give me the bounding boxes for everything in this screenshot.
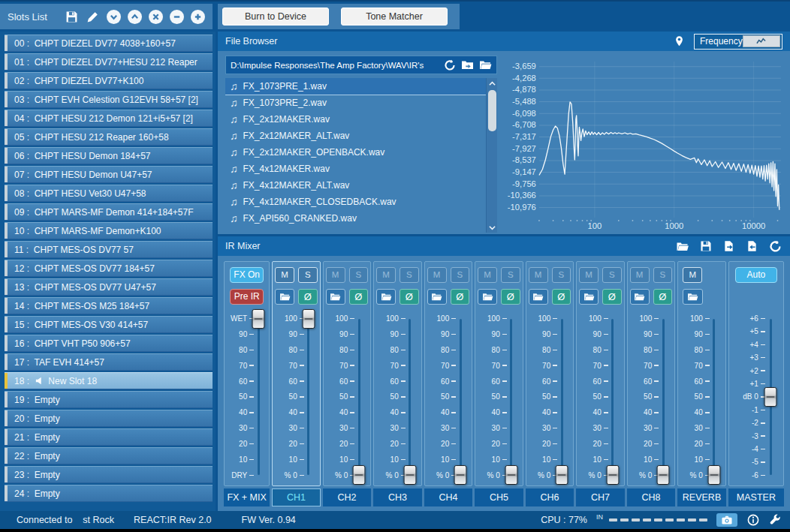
- display-mode-select[interactable]: Frequency: [694, 34, 782, 50]
- path-bar[interactable]: D:\Impulse Responses\The Amp Factory\WAV…: [225, 56, 497, 74]
- channel-tab-ch1[interactable]: CH1: [272, 488, 321, 506]
- ch2-load-ir-button[interactable]: [326, 289, 345, 305]
- slot-row-07[interactable]: 07 : CHPT HESU Demon U47+57: [5, 166, 213, 183]
- ch1-mute-button[interactable]: M: [275, 267, 294, 283]
- ch7-fader-track[interactable]: [611, 319, 614, 475]
- slot-row-03[interactable]: 03 : CHPT EVH Celestion G12EVH 58+57 [2]: [5, 91, 213, 108]
- import-icon[interactable]: [745, 239, 759, 254]
- slot-row-01[interactable]: 01 : CHPT DIEZEL DV77+HESU 212 Reaper: [5, 53, 213, 71]
- chart-mode-icon[interactable]: [743, 35, 780, 47]
- burn-to-device-button[interactable]: Burn to Device: [222, 8, 329, 26]
- add-slot-icon[interactable]: [191, 10, 205, 24]
- channel-tab-ch5[interactable]: CH5: [475, 488, 523, 506]
- reverb-mute-button[interactable]: M: [683, 267, 702, 283]
- tone-matcher-button[interactable]: Tone Matcher: [341, 8, 448, 26]
- ch1-fader-track[interactable]: [307, 319, 309, 475]
- ch5-fader-knob[interactable]: [505, 465, 517, 485]
- channel-tab-ch8[interactable]: CH8: [627, 488, 676, 506]
- new-folder-icon[interactable]: [461, 59, 474, 71]
- save-icon[interactable]: [698, 239, 713, 254]
- ch8-load-ir-button[interactable]: [630, 289, 650, 305]
- channel-tab-master[interactable]: MASTER: [728, 488, 784, 506]
- open-folder-icon[interactable]: [675, 239, 689, 254]
- reverb-fader-knob[interactable]: [707, 465, 720, 485]
- move-up-icon[interactable]: [128, 10, 142, 24]
- ch8-mute-button[interactable]: M: [630, 267, 650, 283]
- slot-row-14[interactable]: 14 : CHPT MES-OS M25 184+57: [5, 297, 213, 314]
- ch4-phase-invert-button[interactable]: Ø: [451, 289, 470, 305]
- ch4-fader-track[interactable]: [460, 319, 462, 475]
- ch1-phase-invert-button[interactable]: Ø: [298, 289, 318, 305]
- ch2-mute-button[interactable]: M: [326, 267, 345, 283]
- slot-row-24[interactable]: 24 : Empty: [5, 485, 213, 502]
- screenshot-button[interactable]: [716, 513, 737, 527]
- ch7-solo-button[interactable]: S: [602, 267, 622, 283]
- file-row[interactable]: ♫FX_4x12MAKER_ALT.wav: [225, 177, 486, 194]
- ch6-mute-button[interactable]: M: [529, 267, 548, 283]
- remove-slot-icon[interactable]: [170, 10, 184, 24]
- slot-row-00[interactable]: 00 : CHPT DIEZEL DV77 4038+160+57: [5, 35, 213, 52]
- open-folder-icon[interactable]: [479, 59, 492, 71]
- fx-mix-fader-track[interactable]: [258, 319, 260, 475]
- slot-row-11[interactable]: 11 : CHPT MES-OS DV77 57: [5, 241, 213, 258]
- file-row[interactable]: ♫FX_2x12MAKER_ALT.wav: [225, 128, 486, 144]
- slot-row-18[interactable]: 18 : New Slot 18: [5, 372, 213, 389]
- delete-slot-icon[interactable]: [149, 10, 163, 24]
- slot-row-12[interactable]: 12 : CHPT MES-OS DV77 184+57: [5, 260, 213, 277]
- ch6-load-ir-button[interactable]: [529, 289, 548, 305]
- file-row[interactable]: ♫FX_1073PRE_1.wav: [225, 78, 486, 95]
- ch7-mute-button[interactable]: M: [579, 267, 599, 283]
- refresh-icon[interactable]: [443, 59, 456, 71]
- slot-row-02[interactable]: 02 : CHPT DIEZEL DV77+K100: [5, 72, 213, 89]
- ch2-fader-track[interactable]: [358, 319, 360, 475]
- file-row[interactable]: ♫FX_4x12MAKER.wav: [225, 161, 486, 177]
- channel-tab-ch3[interactable]: CH3: [373, 488, 422, 506]
- channel-tab-ch6[interactable]: CH6: [526, 488, 574, 506]
- reverb-fader-track[interactable]: [713, 319, 715, 475]
- scrollbar-thumb[interactable]: [488, 90, 496, 131]
- wrench-icon[interactable]: [768, 514, 781, 527]
- ch2-phase-invert-button[interactable]: Ø: [349, 289, 369, 305]
- scroll-down-icon[interactable]: [487, 222, 497, 233]
- ch5-mute-button[interactable]: M: [478, 267, 497, 283]
- fx-mix-fader-knob[interactable]: [252, 309, 265, 329]
- ch1-load-ir-button[interactable]: [275, 289, 294, 305]
- file-row[interactable]: ♫FX_4x12MAKER_CLOSEDBACK.wav: [225, 194, 486, 210]
- ch5-solo-button[interactable]: S: [501, 267, 520, 283]
- ch3-fader-knob[interactable]: [403, 465, 416, 485]
- scroll-up-icon[interactable]: [487, 78, 497, 89]
- file-row[interactable]: ♫FX_API560_CRANKED.wav: [225, 210, 486, 227]
- ch6-fader-track[interactable]: [561, 319, 563, 475]
- move-down-icon[interactable]: [107, 10, 121, 24]
- ch3-fader-track[interactable]: [409, 319, 411, 475]
- ch4-fader-knob[interactable]: [454, 465, 467, 485]
- ch7-phase-invert-button[interactable]: Ø: [602, 289, 622, 305]
- ch8-solo-button[interactable]: S: [653, 267, 673, 283]
- ch8-fader-knob[interactable]: [657, 465, 670, 485]
- location-pin-icon[interactable]: [672, 35, 686, 49]
- slot-row-15[interactable]: 15 : CHPT MES-OS V30 414+57: [5, 316, 213, 333]
- fx-mix-fx-on-button[interactable]: FX On: [230, 267, 264, 283]
- ch3-mute-button[interactable]: M: [376, 267, 396, 283]
- slot-row-23[interactable]: 23 : Empty: [5, 466, 213, 483]
- ch4-mute-button[interactable]: M: [427, 267, 447, 283]
- channel-tab-ch2[interactable]: CH2: [323, 488, 372, 506]
- ch3-solo-button[interactable]: S: [400, 267, 419, 283]
- scrollbar-track[interactable]: [487, 89, 497, 222]
- file-row[interactable]: ♫FX_1073PRE_2.wav: [225, 95, 486, 111]
- ch6-phase-invert-button[interactable]: Ø: [552, 289, 571, 305]
- ch5-load-ir-button[interactable]: [478, 289, 497, 305]
- slot-row-05[interactable]: 05 : CHPT HESU 212 Reaper 160+58: [5, 128, 213, 146]
- slot-row-16[interactable]: 16 : CHPT VHT P50 906+57: [5, 335, 213, 352]
- ch8-phase-invert-button[interactable]: Ø: [653, 289, 673, 305]
- slot-row-22[interactable]: 22 : Empty: [5, 447, 213, 464]
- file-row[interactable]: ♫FX_2x12MAKER_OPENBACK.wav: [225, 144, 486, 161]
- ch4-load-ir-button[interactable]: [427, 289, 447, 305]
- fx-mix-pre-ir-button[interactable]: Pre IR: [230, 289, 264, 305]
- ch7-fader-knob[interactable]: [606, 465, 619, 485]
- ch5-fader-track[interactable]: [510, 319, 512, 475]
- info-icon[interactable]: [746, 514, 759, 527]
- ch6-solo-button[interactable]: S: [552, 267, 571, 283]
- slot-row-08[interactable]: 08 : CHPT HESU Vet30 U47+58: [5, 185, 213, 202]
- slot-row-04[interactable]: 04 : CHPT HESU 212 Demon 121+i5+57 [2]: [5, 110, 213, 127]
